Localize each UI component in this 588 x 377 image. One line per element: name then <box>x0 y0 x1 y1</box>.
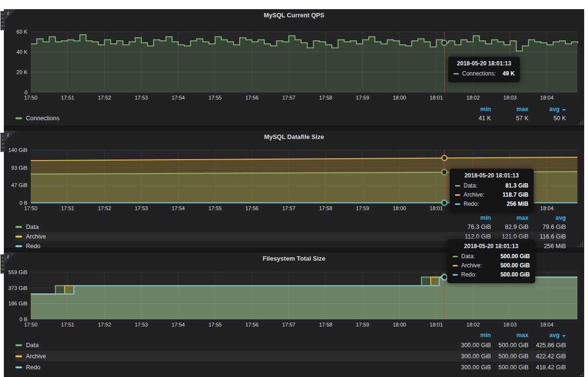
svg-text:17:54: 17:54 <box>172 95 185 101</box>
legend-series-redo[interactable]: Redo <box>15 364 453 371</box>
stat-min: 300.00 GiB <box>453 364 491 371</box>
svg-text:18:00: 18:00 <box>393 95 406 101</box>
series-color-swatch <box>15 366 22 368</box>
stat-max: 57 K <box>491 115 528 122</box>
series-color-swatch <box>453 73 459 75</box>
legend-series-data[interactable]: Data <box>15 224 453 230</box>
stat-avg: 79.6 GiB <box>528 224 566 230</box>
legend-header-max[interactable]: max <box>491 214 528 221</box>
svg-text:17:55: 17:55 <box>208 95 222 101</box>
stat-max: 500.00 GiB <box>491 364 528 371</box>
stat-avg: 422.42 GiB <box>528 353 566 360</box>
tooltip-timestamp: 2018-05-20 18:01:13 <box>453 243 530 250</box>
panel-title[interactable]: MySQL Datafile Size <box>4 131 584 142</box>
graph-tooltip: 2018-05-20 18:01:13 Connections:49 K <box>448 57 520 82</box>
svg-text:17:50: 17:50 <box>24 205 37 211</box>
legend-header-avg[interactable]: avg <box>528 332 566 339</box>
svg-text:17:56: 17:56 <box>245 322 259 327</box>
svg-text:18:03: 18:03 <box>503 95 517 101</box>
svg-text:18:02: 18:02 <box>466 322 480 327</box>
legend-header-min[interactable]: min <box>453 214 491 221</box>
legend-series-archive[interactable]: Archive <box>15 233 453 240</box>
legend-series-connections[interactable]: Connections <box>15 115 453 122</box>
stat-avg: 116.6 GiB <box>528 233 566 240</box>
svg-text:47 GiB: 47 GiB <box>11 182 27 188</box>
svg-text:17:58: 17:58 <box>319 95 332 101</box>
info-icon: i <box>7 132 9 138</box>
series-color-swatch <box>15 226 22 228</box>
svg-text:17:56: 17:56 <box>245 205 259 211</box>
stat-avg: 418.42 GiB <box>528 364 566 371</box>
stat-min: 300.00 GiB <box>453 342 491 349</box>
stat-min: 76.3 GiB <box>453 224 491 230</box>
svg-text:17:57: 17:57 <box>282 205 295 211</box>
grafana-dashboard: i MySQL Current QPS 60 K40 K20 K017:5017… <box>4 9 584 377</box>
series-color-swatch <box>15 344 22 346</box>
filesystem-legend: min max avg Data 300.00 GiB 500.00 GiB 4… <box>4 331 584 373</box>
svg-text:17:53: 17:53 <box>135 322 148 327</box>
legend-header-avg[interactable]: avg <box>528 106 566 113</box>
sort-caret-icon <box>562 109 566 111</box>
svg-text:17:54: 17:54 <box>172 205 185 211</box>
svg-text:17:58: 17:58 <box>319 322 332 327</box>
svg-text:17:59: 17:59 <box>356 322 369 327</box>
svg-text:17:52: 17:52 <box>98 205 111 211</box>
legend-row-archive: Archive 300.00 GiB 500.00 GiB 422.42 GiB <box>15 351 566 362</box>
legend-header-avg[interactable]: avg <box>528 214 566 221</box>
series-color-swatch <box>15 236 22 238</box>
svg-text:17:55: 17:55 <box>208 322 222 327</box>
series-color-swatch <box>15 355 22 357</box>
svg-text:140 GiB: 140 GiB <box>8 147 27 153</box>
panel-resize-handle[interactable] <box>582 246 583 247</box>
series-color-swatch <box>455 185 460 187</box>
panel-resize-handle[interactable] <box>582 124 583 125</box>
svg-text:17:57: 17:57 <box>282 95 295 101</box>
series-color-swatch <box>455 194 460 196</box>
legend-header-min[interactable]: min <box>453 332 491 339</box>
info-icon: i <box>7 253 9 259</box>
svg-text:18:01: 18:01 <box>429 205 443 211</box>
svg-text:93 GiB: 93 GiB <box>11 165 27 171</box>
panel-title[interactable]: MySQL Current QPS <box>4 9 584 21</box>
svg-text:18:04: 18:04 <box>540 205 554 211</box>
legend-header-min[interactable]: min <box>453 106 491 113</box>
legend-header-max[interactable]: max <box>491 332 528 339</box>
stat-min: 41 K <box>453 115 491 122</box>
panel-info-corner[interactable] <box>4 9 16 21</box>
svg-text:17:59: 17:59 <box>356 205 369 211</box>
svg-text:17:59: 17:59 <box>356 95 369 101</box>
svg-text:17:55: 17:55 <box>208 205 222 211</box>
svg-text:17:51: 17:51 <box>61 205 74 211</box>
legend-series-redo[interactable]: Redo <box>15 243 453 250</box>
svg-text:18:04: 18:04 <box>540 95 554 101</box>
stat-min: 300.00 GiB <box>453 353 491 360</box>
svg-text:17:51: 17:51 <box>61 95 74 101</box>
graph-tooltip: 2018-05-20 18:01:13 Data:81.3 GiB Archiv… <box>450 169 534 213</box>
legend-header-max[interactable]: max <box>491 106 528 113</box>
svg-text:559 GiB: 559 GiB <box>8 269 27 275</box>
series-color-swatch <box>453 274 458 276</box>
svg-text:18:01: 18:01 <box>429 322 443 327</box>
svg-text:373 GiB: 373 GiB <box>8 285 27 291</box>
legend-series-data[interactable]: Data <box>15 342 453 349</box>
svg-text:18:02: 18:02 <box>466 95 480 101</box>
series-color-swatch <box>455 203 460 205</box>
svg-text:40 K: 40 K <box>16 49 27 55</box>
panel-info-corner[interactable] <box>4 131 16 143</box>
qps-legend: min max avg Connections 41 K 57 K 50 K <box>4 105 584 123</box>
legend-row-data: Data 300.00 GiB 500.00 GiB 425.86 GiB <box>15 339 566 351</box>
svg-text:17:50: 17:50 <box>24 322 37 327</box>
svg-text:17:57: 17:57 <box>282 322 295 327</box>
legend-series-archive[interactable]: Archive <box>15 353 453 360</box>
series-color-swatch <box>15 117 22 119</box>
svg-text:17:53: 17:53 <box>135 95 148 101</box>
stat-avg: 50 K <box>528 115 566 122</box>
stat-max: 82.9 GiB <box>491 224 528 230</box>
legend-row-data: Data 76.3 GiB 82.9 GiB 79.6 GiB <box>15 222 566 232</box>
svg-text:18:01: 18:01 <box>429 95 443 101</box>
svg-text:18:03: 18:03 <box>503 322 517 327</box>
panel-info-corner[interactable] <box>4 252 16 264</box>
svg-text:17:51: 17:51 <box>61 322 74 327</box>
series-color-swatch <box>453 265 458 266</box>
svg-text:18:00: 18:00 <box>393 205 406 211</box>
